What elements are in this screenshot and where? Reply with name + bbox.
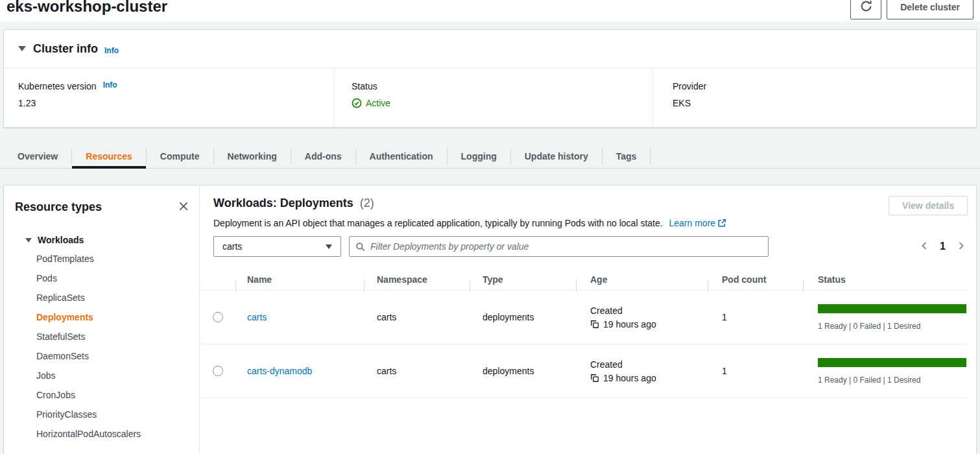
tab-tags[interactable]: Tags xyxy=(603,144,651,168)
deployments-main-panel: Workloads: Deployments (2) View details … xyxy=(200,185,980,454)
cluster-tabs: Overview Resources Compute Networking Ad… xyxy=(0,144,980,169)
cell-type: deployments xyxy=(470,366,576,376)
copy-icon[interactable] xyxy=(590,320,599,329)
status-label-text: 1 Ready | 0 Failed | 1 Desired xyxy=(818,322,966,331)
deployment-link[interactable]: carts-dynamodb xyxy=(247,366,312,376)
cluster-info-title: Cluster info xyxy=(33,42,98,56)
workloads-expander-triangle-icon[interactable] xyxy=(25,238,32,243)
refresh-button[interactable] xyxy=(850,0,881,19)
cell-status: 1 Ready | 0 Failed | 1 Desired xyxy=(803,304,968,331)
column-header-namespace[interactable]: Namespace xyxy=(364,274,470,285)
column-header-status[interactable]: Status xyxy=(803,274,968,285)
delete-cluster-button[interactable]: Delete cluster xyxy=(887,0,974,19)
sidebar-item-horizontalpodautoscalers[interactable]: HorizontalPodAutoscalers xyxy=(36,424,199,444)
table-row: carts-dynamodb carts deployments Created… xyxy=(200,344,968,398)
column-header-name[interactable]: Name xyxy=(235,274,364,285)
search-box xyxy=(349,236,769,257)
cell-namespace: carts xyxy=(364,366,470,376)
refresh-icon xyxy=(860,0,872,14)
sidebar-item-daemonsets[interactable]: DaemonSets xyxy=(36,346,199,366)
search-icon xyxy=(355,242,365,252)
status-label-text: 1 Ready | 0 Failed | 1 Desired xyxy=(818,376,966,385)
sidebar-group-workloads[interactable]: Workloads xyxy=(38,235,84,245)
chevron-down-icon xyxy=(326,245,332,249)
tab-overview[interactable]: Overview xyxy=(4,144,71,168)
cell-type: deployments xyxy=(470,312,576,322)
table-header-row: Name Namespace Type Age Pod count Status xyxy=(200,269,968,291)
status-field: Status Active xyxy=(333,68,652,127)
resource-types-sidebar: Resource types Workloads PodTemplates Po… xyxy=(4,185,200,454)
status-progress-bar xyxy=(818,304,966,313)
tab-divider xyxy=(650,148,651,165)
kubernetes-version-value: 1.23 xyxy=(18,98,333,108)
sidebar-item-statefulsets[interactable]: StatefulSets xyxy=(36,327,199,346)
deployments-description: Deployment is an API object that manages… xyxy=(213,218,663,228)
column-header-pod-count[interactable]: Pod count xyxy=(708,274,803,285)
sidebar-item-deployments[interactable]: Deployments xyxy=(36,307,199,327)
deployments-count: (2) xyxy=(360,197,374,209)
status-label: Status xyxy=(352,81,652,91)
deployment-link[interactable]: carts xyxy=(247,312,267,322)
cell-age: Created 19 hours ago xyxy=(576,305,708,329)
deployments-table: Name Namespace Type Age Pod count Status… xyxy=(200,269,968,398)
cell-status: 1 Ready | 0 Failed | 1 Desired xyxy=(803,358,968,385)
sidebar-item-priorityclasses[interactable]: PriorityClasses xyxy=(36,405,199,424)
sidebar-item-replicasets[interactable]: ReplicaSets xyxy=(36,288,199,307)
sidebar-item-jobs[interactable]: Jobs xyxy=(36,366,199,385)
page-title: eks-workshop-cluster xyxy=(6,0,167,16)
resource-types-title: Resource types xyxy=(15,200,102,214)
cluster-info-info-link[interactable]: Info xyxy=(104,46,119,55)
kubernetes-version-info-link[interactable]: Info xyxy=(103,80,117,90)
tab-authentication[interactable]: Authentication xyxy=(356,144,447,168)
tab-resources[interactable]: Resources xyxy=(72,144,146,168)
tab-logging[interactable]: Logging xyxy=(448,144,510,168)
search-input[interactable] xyxy=(370,241,762,252)
age-created-label: Created xyxy=(590,305,708,316)
sidebar-item-podtemplates[interactable]: PodTemplates xyxy=(36,249,199,269)
column-header-age[interactable]: Age xyxy=(576,274,708,285)
row-radio-button[interactable] xyxy=(213,366,223,376)
tab-compute[interactable]: Compute xyxy=(147,144,213,168)
sidebar-items: PodTemplates Pods ReplicaSets Deployment… xyxy=(4,249,199,444)
copy-icon[interactable] xyxy=(590,374,599,383)
collapse-triangle-icon[interactable] xyxy=(18,46,26,51)
status-value: Active xyxy=(366,98,390,108)
learn-more-link[interactable]: Learn more xyxy=(669,218,727,228)
age-value: 19 hours ago xyxy=(603,319,656,329)
sidebar-item-pods[interactable]: Pods xyxy=(36,269,199,288)
next-page-button[interactable] xyxy=(955,239,968,254)
row-radio-button[interactable] xyxy=(213,312,223,322)
chevron-left-icon xyxy=(919,241,929,253)
previous-page-button[interactable] xyxy=(918,239,931,254)
kubernetes-version-label: Kubernetes version xyxy=(18,81,97,91)
deployments-title: Workloads: Deployments xyxy=(213,197,353,209)
pagination: 1 xyxy=(918,239,968,254)
tab-networking[interactable]: Networking xyxy=(214,144,291,168)
sidebar-item-cronjobs[interactable]: CronJobs xyxy=(36,385,199,405)
cluster-info-header: Cluster info Info xyxy=(4,30,976,68)
kubernetes-version-field: Kubernetes version Info 1.23 xyxy=(4,68,333,127)
tab-add-ons[interactable]: Add-ons xyxy=(291,144,355,168)
cell-pod-count: 1 xyxy=(708,312,803,322)
close-icon xyxy=(178,200,189,214)
column-header-type[interactable]: Type xyxy=(470,274,576,285)
tab-update-history[interactable]: Update history xyxy=(511,144,602,168)
external-link-icon xyxy=(717,219,726,230)
property-filter-dropdown-value: carts xyxy=(222,241,242,252)
age-value: 19 hours ago xyxy=(603,373,656,383)
property-filter-dropdown[interactable]: carts xyxy=(213,236,341,257)
check-circle-icon xyxy=(352,98,362,108)
cell-age: Created 19 hours ago xyxy=(576,359,708,383)
status-progress-bar xyxy=(818,358,966,367)
provider-label: Provider xyxy=(673,81,976,91)
close-sidebar-button[interactable] xyxy=(176,199,191,215)
header-actions: Delete cluster xyxy=(850,0,974,19)
cluster-info-card: Cluster info Info Kubernetes version Inf… xyxy=(3,29,977,128)
provider-value: EKS xyxy=(673,98,976,108)
table-row: carts carts deployments Created 19 hours… xyxy=(200,291,968,344)
cluster-info-body: Kubernetes version Info 1.23 Status Acti… xyxy=(4,68,976,127)
current-page-number[interactable]: 1 xyxy=(940,241,946,252)
filter-row: carts 1 xyxy=(213,236,968,257)
age-created-label: Created xyxy=(590,359,708,370)
view-details-button[interactable]: View details xyxy=(889,196,968,215)
